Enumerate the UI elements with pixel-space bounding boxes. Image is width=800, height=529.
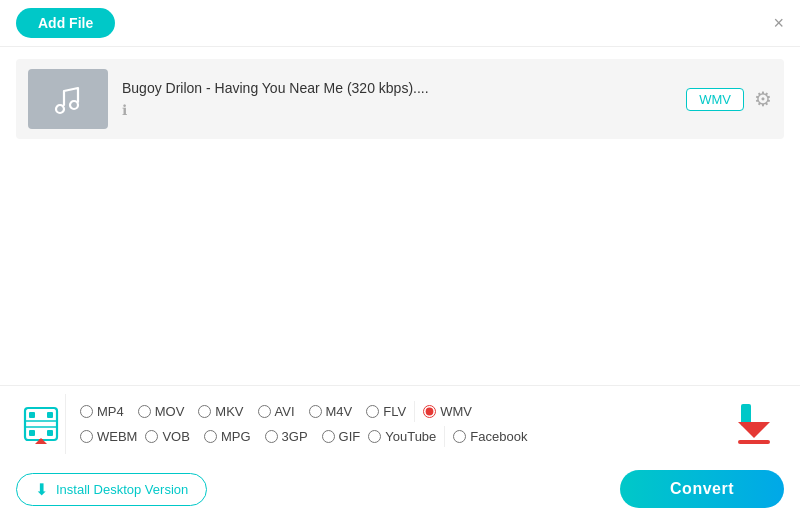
format-icon-box	[16, 394, 66, 454]
format-option-vob[interactable]: VOB	[145, 426, 189, 447]
music-icon	[50, 81, 86, 117]
format-option-youtube[interactable]: YouTube	[368, 426, 436, 447]
svg-rect-11	[738, 440, 770, 444]
file-name: Bugoy Drilon - Having You Near Me (320 k…	[122, 80, 672, 96]
format-option-m4v[interactable]: M4V	[309, 401, 353, 422]
settings-icon[interactable]: ⚙	[754, 87, 772, 111]
install-label: Install Desktop Version	[56, 482, 188, 497]
main-content: Bugoy Drilon - Having You Near Me (320 k…	[0, 47, 800, 520]
file-info: Bugoy Drilon - Having You Near Me (320 k…	[122, 80, 672, 118]
format-option-webm[interactable]: WEBM	[80, 426, 137, 447]
close-button[interactable]: ×	[773, 14, 784, 32]
svg-rect-4	[47, 430, 53, 436]
film-icon	[23, 402, 59, 446]
divider-v-2	[444, 426, 445, 447]
format-badge-button[interactable]: WMV	[686, 88, 744, 111]
download-icon-box	[724, 400, 784, 448]
svg-marker-10	[738, 422, 770, 438]
download-arrow-icon	[733, 400, 775, 448]
format-option-mov[interactable]: MOV	[138, 401, 185, 422]
add-file-button[interactable]: Add File	[16, 8, 115, 38]
file-item: Bugoy Drilon - Having You Near Me (320 k…	[16, 59, 784, 139]
footer: ⬇ Install Desktop Version Convert	[0, 462, 800, 520]
convert-button[interactable]: Convert	[620, 470, 784, 508]
format-option-mkv[interactable]: MKV	[198, 401, 243, 422]
file-thumbnail	[28, 69, 108, 129]
empty-area	[0, 228, 800, 385]
format-selector: MP4 MOV MKV AVI	[0, 386, 800, 462]
format-option-mpg[interactable]: MPG	[204, 426, 251, 447]
file-list-section: Bugoy Drilon - Having You Near Me (320 k…	[0, 47, 800, 228]
format-option-facebook[interactable]: Facebook	[453, 426, 527, 447]
download-icon: ⬇	[35, 480, 48, 499]
format-option-flv[interactable]: FLV	[366, 401, 406, 422]
divider-v	[414, 401, 415, 422]
format-row-2: WEBM VOB MPG 3GP	[80, 426, 724, 447]
svg-rect-2	[47, 412, 53, 418]
svg-rect-8	[39, 439, 43, 444]
info-icon[interactable]: ℹ	[122, 102, 127, 118]
svg-rect-1	[29, 412, 35, 418]
format-option-avi[interactable]: AVI	[258, 401, 295, 422]
format-option-3gp[interactable]: 3GP	[265, 426, 308, 447]
top-bar: Add File ×	[0, 0, 800, 47]
format-grid-wrapper: MP4 MOV MKV AVI	[80, 401, 724, 447]
file-actions: WMV ⚙	[686, 87, 772, 111]
format-option-wmv[interactable]: WMV	[423, 401, 472, 422]
svg-rect-3	[29, 430, 35, 436]
install-desktop-button[interactable]: ⬇ Install Desktop Version	[16, 473, 207, 506]
format-option-mp4[interactable]: MP4	[80, 401, 124, 422]
bottom-panel: MP4 MOV MKV AVI	[0, 385, 800, 520]
format-row-1: MP4 MOV MKV AVI	[80, 401, 724, 422]
format-option-gif[interactable]: GIF	[322, 426, 361, 447]
